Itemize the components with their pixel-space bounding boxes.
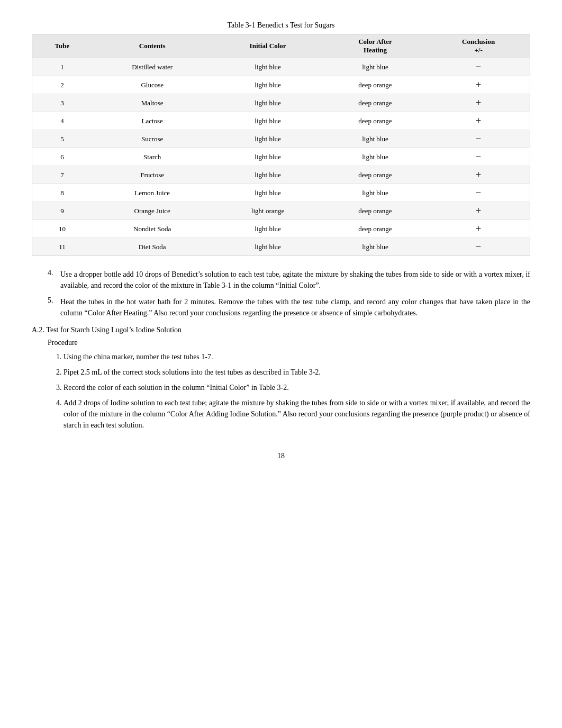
procedure-step: Record the color of each solution in the…: [64, 382, 530, 393]
col-color-after-heating: Color AfterHeating: [323, 34, 428, 58]
table-row: 4Lactoselight bluedeep orange+: [32, 112, 530, 130]
cell-tube: 1: [32, 58, 92, 76]
benedict-test-table: Tube Contents Initial Color Color AfterH…: [32, 34, 530, 256]
cell-initial-color: light blue: [213, 184, 323, 202]
cell-initial-color: light blue: [213, 148, 323, 166]
procedure-step: Using the china marker, number the test …: [64, 351, 530, 362]
cell-contents: Glucose: [92, 76, 213, 94]
col-tube: Tube: [32, 34, 92, 58]
cell-conclusion: +: [427, 112, 530, 130]
procedure-label: Procedure: [32, 339, 530, 347]
cell-color-after: deep orange: [323, 220, 428, 238]
cell-tube: 4: [32, 112, 92, 130]
table-row: 7Fructoselight bluedeep orange+: [32, 166, 530, 184]
cell-tube: 3: [32, 94, 92, 112]
cell-conclusion: +: [427, 94, 530, 112]
cell-tube: 7: [32, 166, 92, 184]
cell-contents: Fructose: [92, 166, 213, 184]
cell-initial-color: light blue: [213, 76, 323, 94]
cell-color-after: deep orange: [323, 202, 428, 220]
cell-conclusion: +: [427, 76, 530, 94]
table-row: 9Orange Juicelight orangedeep orange+: [32, 202, 530, 220]
col-initial-color: Initial Color: [213, 34, 323, 58]
cell-tube: 5: [32, 130, 92, 148]
cell-contents: Lemon Juice: [92, 184, 213, 202]
section-a2: A.2. Test for Starch Using Lugol’s Iodin…: [32, 326, 530, 431]
cell-conclusion: −: [427, 184, 530, 202]
cell-contents: Maltose: [92, 94, 213, 112]
table-header-row: Tube Contents Initial Color Color AfterH…: [32, 34, 530, 58]
cell-initial-color: light orange: [213, 202, 323, 220]
table-row: 2Glucoselight bluedeep orange+: [32, 76, 530, 94]
cell-contents: Sucrose: [92, 130, 213, 148]
cell-conclusion: −: [427, 58, 530, 76]
procedure-step: Add 2 drops of Iodine solution to each t…: [64, 397, 530, 431]
cell-initial-color: light blue: [213, 220, 323, 238]
cell-tube: 8: [32, 184, 92, 202]
table-container: Table 3-1 Benedict s Test for Sugars Tub…: [32, 21, 530, 256]
item5-number: 5.: [48, 296, 60, 319]
cell-color-after: light blue: [323, 130, 428, 148]
cell-initial-color: light blue: [213, 58, 323, 76]
table-row: 11Diet Sodalight bluelight blue−: [32, 238, 530, 256]
procedure-step: Pipet 2.5 mL of the correct stock soluti…: [64, 367, 530, 378]
page-number: 18: [32, 452, 530, 460]
table-title: Table 3-1 Benedict s Test for Sugars: [32, 21, 530, 30]
numbered-section: 4. Use a dropper bottle add 10 drops of …: [32, 269, 530, 319]
table-row: 6Starchlight bluelight blue−: [32, 148, 530, 166]
cell-color-after: deep orange: [323, 94, 428, 112]
cell-initial-color: light blue: [213, 130, 323, 148]
cell-tube: 6: [32, 148, 92, 166]
section-a2-heading: A.2. Test for Starch Using Lugol’s Iodin…: [32, 326, 530, 334]
cell-contents: Starch: [92, 148, 213, 166]
table-row: 3Maltoselight bluedeep orange+: [32, 94, 530, 112]
cell-conclusion: −: [427, 148, 530, 166]
cell-initial-color: light blue: [213, 238, 323, 256]
cell-color-after: light blue: [323, 148, 428, 166]
cell-contents: Nondiet Soda: [92, 220, 213, 238]
cell-conclusion: +: [427, 202, 530, 220]
col-conclusion: Conclusion+/-: [427, 34, 530, 58]
cell-conclusion: +: [427, 220, 530, 238]
cell-contents: Diet Soda: [92, 238, 213, 256]
cell-color-after: deep orange: [323, 166, 428, 184]
cell-conclusion: −: [427, 238, 530, 256]
item4-number: 4.: [48, 269, 60, 291]
cell-tube: 2: [32, 76, 92, 94]
cell-color-after: deep orange: [323, 76, 428, 94]
item4-text: Use a dropper bottle add 10 drops of Ben…: [60, 269, 530, 291]
cell-color-after: light blue: [323, 238, 428, 256]
col-contents: Contents: [92, 34, 213, 58]
item5-text: Heat the tubes in the hot water bath for…: [60, 296, 530, 319]
list-item-4: 4. Use a dropper bottle add 10 drops of …: [48, 269, 530, 291]
cell-initial-color: light blue: [213, 112, 323, 130]
cell-tube: 10: [32, 220, 92, 238]
cell-contents: Orange Juice: [92, 202, 213, 220]
table-row: 1Distilled waterlight bluelight blue−: [32, 58, 530, 76]
cell-conclusion: +: [427, 166, 530, 184]
procedure-list: Using the china marker, number the test …: [32, 351, 530, 431]
cell-tube: 9: [32, 202, 92, 220]
cell-conclusion: −: [427, 130, 530, 148]
cell-color-after: light blue: [323, 58, 428, 76]
list-item-5: 5. Heat the tubes in the hot water bath …: [48, 296, 530, 319]
cell-initial-color: light blue: [213, 166, 323, 184]
cell-tube: 11: [32, 238, 92, 256]
cell-color-after: deep orange: [323, 112, 428, 130]
table-row: 10Nondiet Sodalight bluedeep orange+: [32, 220, 530, 238]
table-row: 8Lemon Juicelight bluelight blue−: [32, 184, 530, 202]
cell-color-after: light blue: [323, 184, 428, 202]
cell-contents: Lactose: [92, 112, 213, 130]
cell-contents: Distilled water: [92, 58, 213, 76]
cell-initial-color: light blue: [213, 94, 323, 112]
table-row: 5Sucroselight bluelight blue−: [32, 130, 530, 148]
